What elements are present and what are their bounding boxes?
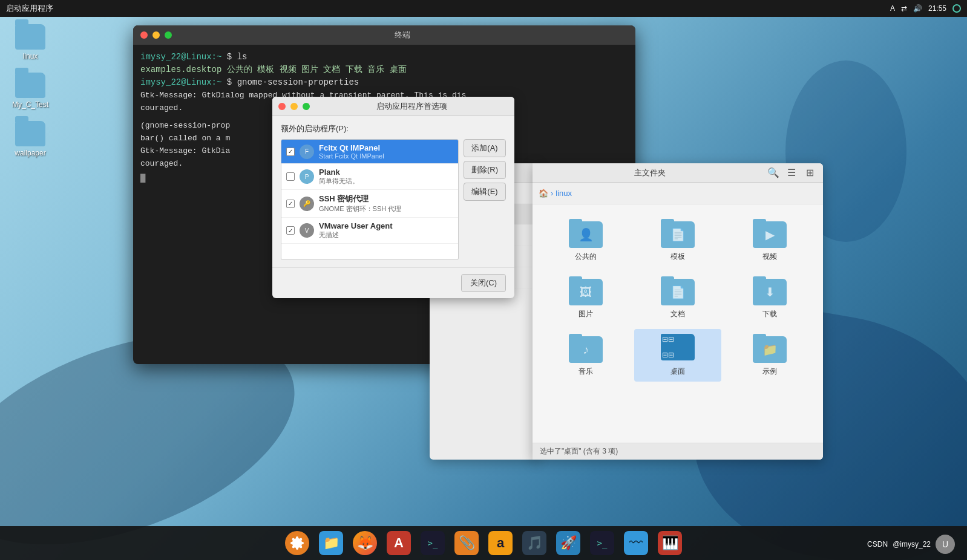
topbar: 启动应用程序 A ⇄ 🔊 21:55: [0, 0, 967, 17]
terminal-close-button[interactable]: [140, 31, 148, 39]
ssh-name: SSH 密钥代理: [319, 194, 401, 204]
fm-toolbar: 🏠 › linux: [533, 183, 823, 204]
desktop-icon-linux[interactable]: linux: [6, 24, 54, 60]
firefox-icon: 🦊: [353, 531, 377, 555]
folder-pictures[interactable]: 🖼 图片: [542, 272, 629, 324]
folder-music[interactable]: ♪ 音乐: [542, 329, 629, 382]
startup-dialog-close-btn[interactable]: [278, 103, 286, 110]
folder-label-desktop: 桌面: [670, 366, 685, 377]
taskbar-item-stapler[interactable]: 📎: [452, 529, 481, 558]
terminal-titlebar: 终端: [133, 25, 635, 45]
fm-grid-view-icon[interactable]: ⊞: [802, 166, 817, 180]
breadcrumb-linux[interactable]: linux: [556, 189, 572, 198]
plank-checkbox[interactable]: [286, 172, 295, 181]
remove-app-button[interactable]: 删除(R): [464, 161, 506, 179]
topbar-right: A ⇄ 🔊 21:55: [890, 4, 961, 13]
fcitx-checkbox[interactable]: [286, 148, 295, 156]
fcitx-icon: F: [300, 145, 314, 159]
taskbar-item-terminal[interactable]: >_: [418, 529, 447, 558]
taskbar-item-cantata[interactable]: 🎵: [520, 529, 549, 558]
folder-label-videos: 视频: [762, 252, 777, 262]
folder-public[interactable]: 👤 公共的: [542, 214, 629, 267]
vmware-desc: 无描述: [319, 230, 393, 239]
app-item-plank[interactable]: P Plank 简单得无话。: [281, 164, 458, 190]
fm-breadcrumb: 🏠 › linux: [539, 189, 572, 198]
plank-info: Plank 简单得无话。: [319, 168, 359, 186]
folder-icon-music: ♪: [569, 334, 603, 363]
folder-examples[interactable]: 📁 示例: [726, 329, 813, 382]
ssh-icon: 🔑: [300, 197, 314, 211]
files-icon: 📁: [319, 531, 343, 555]
cantata-icon: 🎵: [522, 531, 546, 555]
startup-dialog-min-btn[interactable]: [290, 103, 298, 110]
network-analyzer-icon: 〰: [624, 531, 648, 555]
desktop-icon-wallpaper[interactable]: wallpaper: [6, 121, 54, 157]
fcitx-name: Fcitx Qt IMPanel: [319, 143, 384, 152]
folder-label-public: 公共的: [575, 252, 597, 262]
folder-templates[interactable]: 📄 模板: [634, 214, 721, 267]
topbar-left: 启动应用程序: [6, 3, 53, 14]
taskbar-item-network-analyzer[interactable]: 〰: [621, 529, 651, 558]
fm-title: 主文件夹: [539, 168, 761, 178]
folder-downloads[interactable]: ⬇ 下载: [726, 272, 813, 324]
terminal-cmd-1: $ ls: [227, 52, 247, 62]
startup-dialog-label: 额外的启动程序(P):: [281, 123, 506, 134]
avatar-text: U: [942, 539, 948, 549]
folder-label-downloads: 下载: [762, 309, 777, 319]
folder-label-documents: 文档: [670, 309, 685, 319]
close-dialog-button[interactable]: 关闭(C): [461, 274, 506, 292]
terminal-prompt-2: imysy_22@Linux:~: [140, 77, 221, 87]
taskbar-item-terminal2[interactable]: >_: [588, 529, 617, 558]
taskbar-item-files[interactable]: 📁: [316, 529, 346, 558]
terminal-error-2: couraged.: [140, 103, 183, 112]
desktop-icon-my-c-test[interactable]: My_C_Test: [6, 73, 54, 109]
taskbar-item-firefox[interactable]: 🦊: [350, 529, 379, 558]
fm-statusbar: 选中了"桌面" (含有 3 项): [533, 443, 823, 460]
launch-icon: 🚀: [556, 531, 580, 555]
terminal-maximize-button[interactable]: [165, 31, 172, 39]
terminal-cursor: █: [140, 174, 145, 183]
app-item-vmware[interactable]: V VMware User Agent 无描述: [281, 218, 458, 244]
folder-icon-linux: [15, 24, 45, 50]
folder-videos[interactable]: ▶ 视频: [726, 214, 813, 267]
amazon-icon: a: [488, 531, 513, 555]
taskbar-item-launch[interactable]: 🚀: [554, 529, 583, 558]
taskbar-right-area: CSDN @imysy_22 U: [867, 535, 955, 554]
fm-list-view-icon[interactable]: ☰: [784, 166, 799, 180]
ssh-checkbox[interactable]: [286, 200, 295, 208]
fm-search-icon[interactable]: 🔍: [766, 166, 781, 180]
folder-icon-public: 👤: [569, 219, 603, 248]
fcitx-desc: Start Fcitx Qt IMPanel: [319, 152, 384, 160]
breadcrumb-home[interactable]: 🏠: [539, 189, 548, 198]
app-item-fcitx[interactable]: F Fcitx Qt IMPanel Start Fcitx Qt IMPane…: [281, 140, 458, 164]
taskbar-item-text-editor[interactable]: A: [384, 529, 413, 558]
topbar-clock: 21:55: [928, 4, 946, 13]
user-avatar[interactable]: U: [936, 535, 955, 554]
desktop-icon-label-linux: linux: [23, 52, 38, 60]
topbar-power-icon: [952, 4, 961, 13]
startup-dialog-max-btn[interactable]: [303, 103, 310, 110]
terminal-error-3: (gnome-session-prop: [140, 121, 230, 130]
plank-name: Plank: [319, 168, 359, 177]
vmware-checkbox[interactable]: [286, 226, 295, 235]
taskbar-item-piano[interactable]: 🎹: [655, 529, 684, 558]
taskbar-item-amazon[interactable]: a: [486, 529, 515, 558]
startup-dialog-content: F Fcitx Qt IMPanel Start Fcitx Qt IMPane…: [281, 139, 506, 260]
user-label: @imysy_22: [893, 540, 931, 549]
app-item-ssh[interactable]: 🔑 SSH 密钥代理 GNOME 密钥环：SSH 代理: [281, 190, 458, 218]
ssh-desc: GNOME 密钥环：SSH 代理: [319, 204, 401, 213]
folder-label-examples: 示例: [762, 366, 777, 377]
add-app-button[interactable]: 添加(A): [464, 139, 506, 157]
fm-status-text: 选中了"桌面" (含有 3 项): [540, 446, 618, 457]
edit-app-button[interactable]: 编辑(E): [464, 183, 506, 201]
startup-app-list[interactable]: F Fcitx Qt IMPanel Start Fcitx Qt IMPane…: [281, 139, 459, 260]
folder-desktop[interactable]: ⊟⊟ ⊟⊟ 桌面: [634, 329, 721, 382]
taskbar-item-settings[interactable]: [283, 529, 312, 558]
startup-dialog-title: 启动应用程序首选项: [315, 101, 508, 112]
file-manager-window: 主文件夹 🔍 ☰ ⊞ 🏠 › linux 👤 公共的: [533, 163, 823, 460]
terminal-minimize-button[interactable]: [152, 31, 160, 39]
startup-dialog-body: 额外的启动程序(P): F Fcitx Qt IMPanel Start Fci…: [272, 116, 514, 267]
topbar-app-label: 启动应用程序: [6, 3, 53, 14]
folder-documents[interactable]: 📄 文档: [634, 272, 721, 324]
terminal-taskbar-icon: >_: [421, 531, 445, 555]
